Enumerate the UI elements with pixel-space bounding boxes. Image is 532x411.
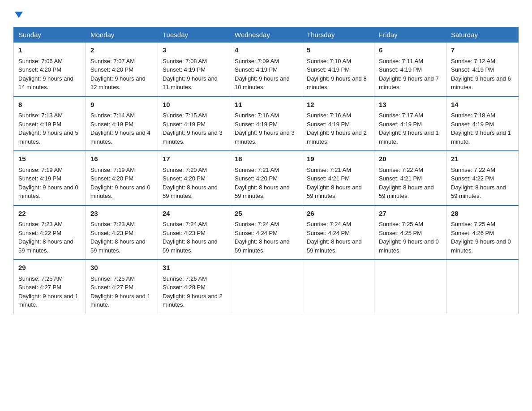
day-number: 17 [163,154,225,164]
calendar-cell: 22Sunrise: 7:23 AMSunset: 4:22 PMDayligh… [14,206,86,260]
calendar-cell: 13Sunrise: 7:17 AMSunset: 4:19 PMDayligh… [374,97,446,151]
day-number: 10 [163,100,225,110]
calendar-cell: 21Sunrise: 7:22 AMSunset: 4:22 PMDayligh… [446,151,519,206]
day-info: Sunrise: 7:25 AMSunset: 4:27 PMDaylight:… [90,275,150,308]
calendar-cell: 29Sunrise: 7:25 AMSunset: 4:27 PMDayligh… [14,260,86,314]
day-number: 5 [307,45,369,56]
day-number: 20 [379,154,442,164]
day-number: 22 [18,209,81,219]
calendar-cell: 28Sunrise: 7:25 AMSunset: 4:26 PMDayligh… [446,206,519,260]
day-number: 28 [451,209,514,219]
day-number: 19 [307,154,369,164]
day-info: Sunrise: 7:18 AMSunset: 4:19 PMDaylight:… [451,112,511,145]
day-info: Sunrise: 7:22 AMSunset: 4:22 PMDaylight:… [451,167,506,200]
calendar-cell: 17Sunrise: 7:20 AMSunset: 4:20 PMDayligh… [158,151,230,206]
day-info: Sunrise: 7:24 AMSunset: 4:24 PMDaylight:… [307,221,362,254]
day-number: 13 [379,100,442,110]
calendar-cell [446,260,519,314]
day-number: 14 [451,100,514,110]
calendar-cell: 19Sunrise: 7:21 AMSunset: 4:21 PMDayligh… [302,151,374,206]
day-number: 31 [163,263,225,273]
day-info: Sunrise: 7:06 AMSunset: 4:20 PMDaylight:… [18,58,73,91]
calendar-cell: 1Sunrise: 7:06 AMSunset: 4:20 PMDaylight… [14,43,86,97]
day-number: 4 [235,45,297,56]
day-number: 18 [235,154,297,164]
day-info: Sunrise: 7:25 AMSunset: 4:27 PMDaylight:… [18,275,78,308]
day-number: 9 [90,100,153,110]
weekday-header-sunday: Sunday [14,27,86,43]
calendar-cell [302,260,374,314]
calendar-cell: 10Sunrise: 7:15 AMSunset: 4:19 PMDayligh… [158,97,230,151]
logo [13,9,23,18]
day-info: Sunrise: 7:24 AMSunset: 4:24 PMDaylight:… [235,221,290,254]
day-info: Sunrise: 7:09 AMSunset: 4:19 PMDaylight:… [235,58,290,91]
day-info: Sunrise: 7:17 AMSunset: 4:19 PMDaylight:… [379,112,439,145]
day-info: Sunrise: 7:25 AMSunset: 4:25 PMDaylight:… [379,221,439,254]
calendar-cell [374,260,446,314]
calendar-week-row: 22Sunrise: 7:23 AMSunset: 4:22 PMDayligh… [14,206,519,260]
calendar-week-row: 29Sunrise: 7:25 AMSunset: 4:27 PMDayligh… [14,260,519,314]
calendar-week-row: 1Sunrise: 7:06 AMSunset: 4:20 PMDaylight… [14,43,519,97]
day-info: Sunrise: 7:08 AMSunset: 4:19 PMDaylight:… [163,58,218,91]
day-number: 2 [90,45,153,56]
day-info: Sunrise: 7:23 AMSunset: 4:23 PMDaylight:… [90,221,146,254]
day-info: Sunrise: 7:19 AMSunset: 4:19 PMDaylight:… [18,167,78,200]
day-info: Sunrise: 7:20 AMSunset: 4:20 PMDaylight:… [163,167,218,200]
day-info: Sunrise: 7:11 AMSunset: 4:19 PMDaylight:… [379,58,439,91]
day-number: 1 [18,45,81,56]
calendar-cell: 23Sunrise: 7:23 AMSunset: 4:23 PMDayligh… [86,206,158,260]
calendar-cell: 16Sunrise: 7:19 AMSunset: 4:20 PMDayligh… [86,151,158,206]
day-info: Sunrise: 7:12 AMSunset: 4:19 PMDaylight:… [451,58,511,91]
calendar-cell: 7Sunrise: 7:12 AMSunset: 4:19 PMDaylight… [446,43,519,97]
calendar-week-row: 8Sunrise: 7:13 AMSunset: 4:19 PMDaylight… [14,97,519,151]
calendar-cell: 24Sunrise: 7:24 AMSunset: 4:23 PMDayligh… [158,206,230,260]
day-info: Sunrise: 7:21 AMSunset: 4:21 PMDaylight:… [307,167,362,200]
day-number: 25 [235,209,297,219]
day-info: Sunrise: 7:22 AMSunset: 4:21 PMDaylight:… [379,167,434,200]
calendar-cell: 9Sunrise: 7:14 AMSunset: 4:19 PMDaylight… [86,97,158,151]
day-info: Sunrise: 7:26 AMSunset: 4:28 PMDaylight:… [163,275,223,308]
weekday-header-thursday: Thursday [302,27,374,43]
day-info: Sunrise: 7:24 AMSunset: 4:23 PMDaylight:… [163,221,218,254]
day-info: Sunrise: 7:13 AMSunset: 4:19 PMDaylight:… [18,112,78,145]
logo-triangle-icon [15,12,23,18]
day-number: 16 [90,154,153,164]
calendar-cell: 30Sunrise: 7:25 AMSunset: 4:27 PMDayligh… [86,260,158,314]
page-header [13,9,519,18]
calendar-cell: 6Sunrise: 7:11 AMSunset: 4:19 PMDaylight… [374,43,446,97]
calendar-cell: 5Sunrise: 7:10 AMSunset: 4:19 PMDaylight… [302,43,374,97]
calendar-cell: 4Sunrise: 7:09 AMSunset: 4:19 PMDaylight… [230,43,302,97]
weekday-header-saturday: Saturday [446,27,519,43]
calendar-cell: 12Sunrise: 7:16 AMSunset: 4:19 PMDayligh… [302,97,374,151]
calendar-cell: 14Sunrise: 7:18 AMSunset: 4:19 PMDayligh… [446,97,519,151]
day-info: Sunrise: 7:19 AMSunset: 4:20 PMDaylight:… [90,167,150,200]
day-info: Sunrise: 7:10 AMSunset: 4:19 PMDaylight:… [307,58,367,91]
calendar-cell: 3Sunrise: 7:08 AMSunset: 4:19 PMDaylight… [158,43,230,97]
day-info: Sunrise: 7:25 AMSunset: 4:26 PMDaylight:… [451,221,511,254]
calendar-table: SundayMondayTuesdayWednesdayThursdayFrid… [13,27,519,314]
calendar-cell: 18Sunrise: 7:21 AMSunset: 4:20 PMDayligh… [230,151,302,206]
calendar-cell: 20Sunrise: 7:22 AMSunset: 4:21 PMDayligh… [374,151,446,206]
day-number: 15 [18,154,81,164]
day-number: 21 [451,154,514,164]
calendar-cell: 26Sunrise: 7:24 AMSunset: 4:24 PMDayligh… [302,206,374,260]
calendar-cell: 31Sunrise: 7:26 AMSunset: 4:28 PMDayligh… [158,260,230,314]
day-info: Sunrise: 7:23 AMSunset: 4:22 PMDaylight:… [18,221,73,254]
weekday-header-monday: Monday [86,27,158,43]
weekday-header-friday: Friday [374,27,446,43]
weekday-header-tuesday: Tuesday [158,27,230,43]
calendar-cell: 15Sunrise: 7:19 AMSunset: 4:19 PMDayligh… [14,151,86,206]
day-info: Sunrise: 7:16 AMSunset: 4:19 PMDaylight:… [307,112,367,145]
day-info: Sunrise: 7:14 AMSunset: 4:19 PMDaylight:… [90,112,150,145]
day-number: 12 [307,100,369,110]
calendar-header-row: SundayMondayTuesdayWednesdayThursdayFrid… [14,27,519,43]
day-info: Sunrise: 7:07 AMSunset: 4:20 PMDaylight:… [90,58,146,91]
day-info: Sunrise: 7:15 AMSunset: 4:19 PMDaylight:… [163,112,223,145]
day-number: 6 [379,45,442,56]
day-number: 23 [90,209,153,219]
day-number: 11 [235,100,297,110]
day-number: 26 [307,209,369,219]
day-info: Sunrise: 7:16 AMSunset: 4:19 PMDaylight:… [235,112,295,145]
calendar-cell: 27Sunrise: 7:25 AMSunset: 4:25 PMDayligh… [374,206,446,260]
calendar-cell [230,260,302,314]
